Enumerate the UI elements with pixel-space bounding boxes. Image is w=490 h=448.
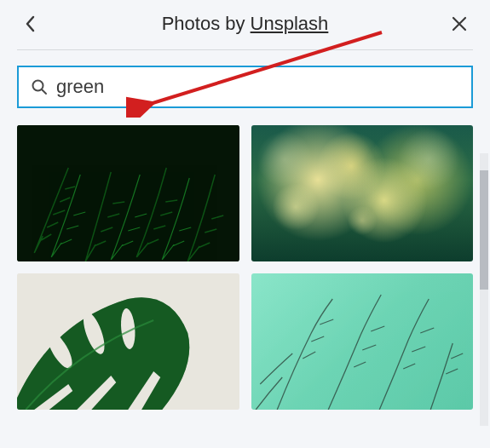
image-fern (17, 125, 239, 261)
result-thumbnail[interactable] (251, 125, 474, 261)
header-divider (17, 49, 473, 50)
title-prefix: Photos by (162, 13, 251, 34)
results-scrollbar[interactable] (480, 153, 488, 426)
svg-point-0 (33, 81, 43, 91)
result-thumbnail[interactable] (17, 273, 239, 410)
image-twigs (251, 273, 474, 410)
panel-title: Photos by Unsplash (44, 13, 446, 35)
back-button[interactable] (17, 10, 44, 37)
provider-link[interactable]: Unsplash (251, 13, 329, 34)
search-input[interactable] (56, 76, 459, 98)
result-thumbnail[interactable] (251, 273, 474, 410)
chevron-left-icon (25, 15, 37, 32)
search-icon (31, 78, 48, 95)
search-container (17, 66, 473, 108)
results-grid (0, 125, 490, 410)
result-thumbnail[interactable] (17, 125, 239, 261)
close-button[interactable] (446, 10, 473, 37)
svg-rect-1 (17, 125, 239, 261)
image-monstera (17, 273, 239, 410)
search-box[interactable] (17, 66, 473, 108)
panel-header: Photos by Unsplash (0, 0, 490, 49)
scrollbar-thumb[interactable] (480, 170, 488, 290)
close-icon (452, 16, 467, 32)
